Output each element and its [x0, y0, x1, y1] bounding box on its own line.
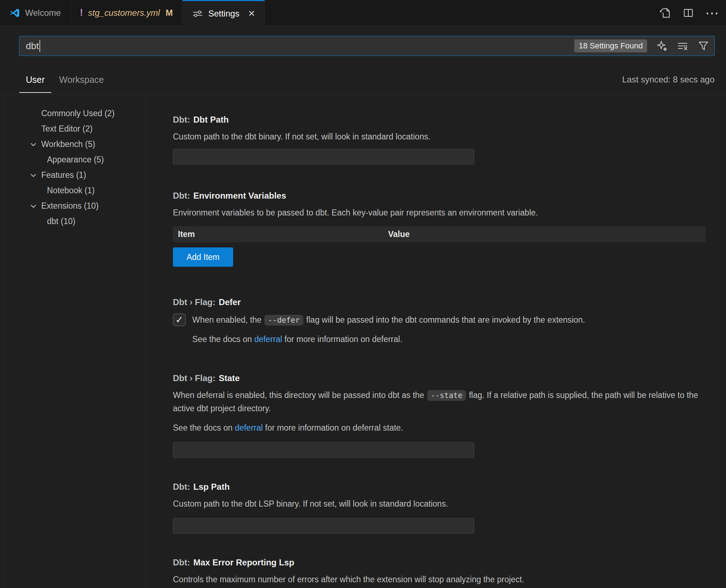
toc-label: Commonly Used (2): [41, 109, 115, 118]
open-settings-json-icon[interactable]: [659, 6, 671, 19]
tab-label: stg_customers.yml: [88, 8, 160, 18]
setting-label: Max Error Reporting Lsp: [193, 558, 294, 567]
clear-search-icon[interactable]: [676, 40, 689, 52]
desc-text: When enabled, the: [192, 315, 261, 324]
search-toolbar: [656, 40, 710, 52]
tab-settings[interactable]: Settings ✕: [183, 0, 265, 26]
lsp-path-input[interactable]: [173, 518, 474, 534]
setting-label: State: [219, 373, 240, 383]
tab-stg-customers-yml[interactable]: ! stg_customers.yml M: [71, 0, 183, 25]
note-text: See the docs on: [192, 335, 252, 344]
warning-icon: !: [80, 7, 83, 18]
setting-title: Dbt:Max Error Reporting Lsp: [173, 557, 706, 568]
deferral-docs-link[interactable]: deferral: [235, 423, 263, 432]
setting-title: Dbt:Lsp Path: [173, 482, 706, 492]
setting-note: See the docs on deferral for more inform…: [173, 333, 706, 346]
state-path-input[interactable]: [173, 442, 474, 458]
editor-actions: ⋯: [659, 0, 720, 26]
settings-scope-row: User Workspace Last synced: 8 secs ago: [0, 65, 726, 94]
desc-text: flag will be passed into the dbt command…: [306, 315, 585, 324]
setting-environment-variables: Dbt:Environment Variables Environment va…: [173, 190, 706, 267]
toc-label: Features (1): [41, 170, 86, 180]
vscode-logo-icon: [9, 8, 20, 18]
setting-flag-state: Dbt › Flag:State When deferral is enable…: [173, 373, 706, 458]
settings-list: Dbt:Dbt Path Custom path to the dbt bina…: [146, 94, 726, 588]
tab-welcome[interactable]: Welcome: [0, 0, 71, 25]
split-editor-icon[interactable]: [682, 7, 694, 19]
setting-label: Defer: [219, 297, 241, 307]
setting-description: Environment variables to be passed to db…: [173, 206, 706, 219]
setting-title: Dbt › Flag:State: [173, 373, 706, 384]
setting-description: Controls the maximum number of errors af…: [173, 573, 706, 586]
setting-flag-defer: Dbt › Flag:Defer ✓ When enabled, the--de…: [173, 297, 706, 346]
setting-title: Dbt › Flag:Defer: [173, 297, 706, 308]
note-text: See the docs on: [173, 423, 232, 432]
toc-label: Appearance (5): [47, 155, 104, 165]
toc-label: dbt (10): [47, 217, 75, 226]
sparkle-ai-icon[interactable]: [656, 40, 668, 52]
setting-max-error-reporting-lsp: Dbt:Max Error Reporting Lsp Controls the…: [173, 557, 706, 588]
settings-sliders-icon: [192, 8, 203, 19]
note-text: for more information on deferral.: [284, 335, 402, 344]
setting-description: Custom path to the dbt LSP binary. If no…: [173, 497, 706, 510]
checkbox-description: When enabled, the--deferflag will be pas…: [192, 315, 585, 325]
setting-label: Environment Variables: [193, 191, 286, 200]
checkbox-row: ✓ When enabled, the--deferflag will be p…: [173, 313, 706, 326]
setting-description: Custom path to the dbt binary. If not se…: [173, 130, 706, 143]
toc-item-dbt[interactable]: dbt (10): [0, 214, 146, 229]
setting-category: Dbt › Flag:: [173, 297, 216, 307]
setting-category: Dbt:: [173, 482, 190, 492]
setting-category: Dbt:: [173, 191, 190, 200]
defer-checkbox[interactable]: ✓: [173, 313, 186, 326]
text-cursor: [39, 40, 40, 52]
toc-item-text-editor[interactable]: Text Editor (2): [0, 121, 146, 137]
deferral-docs-link[interactable]: deferral: [254, 335, 282, 344]
setting-dbt-path: Dbt:Dbt Path Custom path to the dbt bina…: [173, 114, 706, 165]
settings-body: Commonly Used (2) Text Editor (2) Workbe…: [0, 94, 726, 588]
toc-item-appearance[interactable]: Appearance (5): [0, 152, 146, 167]
setting-label: Lsp Path: [193, 482, 230, 492]
desc-text: When deferral is enabled, this directory…: [173, 390, 424, 400]
toc-item-features[interactable]: Features (1): [0, 167, 146, 183]
add-item-button[interactable]: Add Item: [173, 247, 233, 267]
setting-category: Dbt › Flag:: [173, 373, 216, 383]
toc-label: Extensions (10): [41, 201, 99, 211]
setting-label: Dbt Path: [193, 115, 229, 124]
close-icon[interactable]: ✕: [248, 9, 255, 19]
scope-tab-user[interactable]: User: [25, 65, 46, 94]
chevron-down-icon: [29, 141, 37, 148]
setting-lsp-path: Dbt:Lsp Path Custom path to the dbt LSP …: [173, 482, 706, 534]
setting-title: Dbt:Environment Variables: [173, 190, 706, 201]
setting-category: Dbt:: [173, 558, 190, 567]
env-variables-table: Item Value: [173, 226, 706, 242]
note-text: for more information on deferral state.: [265, 423, 403, 432]
setting-note: See the docs on deferral for more inform…: [173, 421, 706, 434]
toc-item-commonly-used[interactable]: Commonly Used (2): [0, 106, 146, 121]
settings-toc: Commonly Used (2) Text Editor (2) Workbe…: [0, 94, 146, 588]
column-header-item: Item: [173, 229, 387, 239]
search-query-text: dbt: [26, 41, 39, 52]
setting-title: Dbt:Dbt Path: [173, 114, 706, 125]
toc-item-extensions[interactable]: Extensions (10): [0, 198, 146, 214]
toc-item-workbench[interactable]: Workbench (5): [0, 137, 146, 152]
filter-funnel-icon[interactable]: [697, 40, 710, 52]
chevron-down-icon: [29, 171, 37, 179]
tab-label: Settings: [208, 9, 240, 19]
modified-badge: M: [166, 8, 173, 18]
toc-label: Workbench (5): [41, 139, 95, 149]
column-header-value: Value: [387, 229, 410, 239]
results-count-badge: 18 Settings Found: [574, 39, 647, 52]
more-actions-icon[interactable]: ⋯: [705, 6, 720, 20]
last-synced-label: Last synced: 8 secs ago: [622, 75, 715, 85]
dbt-path-input[interactable]: [173, 149, 474, 165]
toc-label: Notebook (1): [47, 186, 95, 195]
code-defer-flag: --defer: [264, 315, 303, 326]
settings-search-input[interactable]: dbt 18 Settings Found: [19, 36, 715, 56]
scope-tab-workspace[interactable]: Workspace: [58, 65, 105, 94]
toc-item-notebook[interactable]: Notebook (1): [0, 183, 146, 198]
tab-label: Welcome: [25, 8, 61, 18]
toc-label: Text Editor (2): [41, 124, 93, 134]
checkmark-icon: ✓: [175, 315, 184, 325]
editor-tab-bar: Welcome ! stg_customers.yml M Settings ✕…: [0, 0, 726, 26]
settings-search-area: dbt 18 Settings Found: [0, 26, 726, 65]
